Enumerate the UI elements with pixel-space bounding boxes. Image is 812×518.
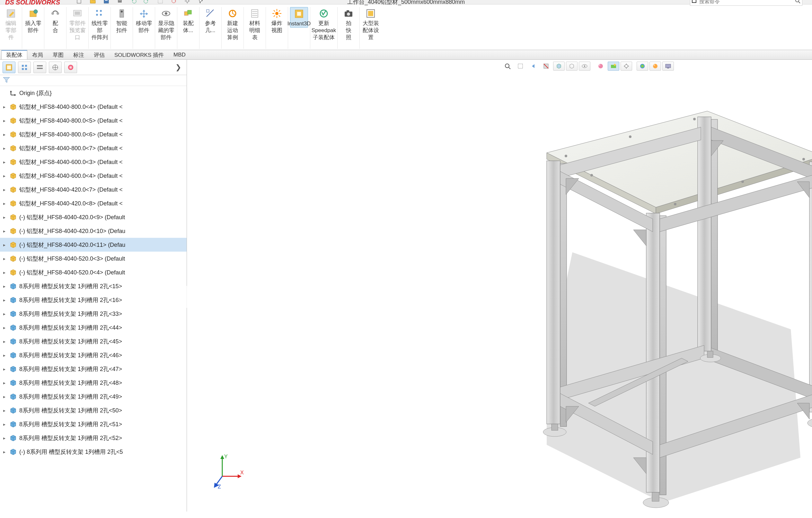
ribbon-mate[interactable]: 配 合 [46, 7, 64, 34]
ribbon-preview[interactable]: 零部件 预览窗 口 [68, 7, 86, 41]
tree-node[interactable]: ▸铝型材_HFS8-4040-800.0<7> (Default < [0, 141, 186, 155]
qat-select[interactable] [155, 0, 166, 4]
panel-flyout[interactable]: ❯ [173, 63, 184, 71]
tree-node[interactable]: ▸铝型材_HFS8-4040-600.0<3> (Default < [0, 155, 186, 169]
tab-3[interactable]: 标注 [68, 50, 89, 59]
tree-node[interactable]: ▸8系列用 槽型反转支架 1列槽用 2孔<46> [0, 348, 186, 362]
ribbon-edit[interactable]: 编辑 零部 件 [2, 7, 20, 41]
expander-icon[interactable]: ▸ [3, 353, 9, 358]
hud-render2[interactable] [649, 62, 661, 71]
expander-icon[interactable]: ▸ [3, 228, 9, 234]
ribbon-explode[interactable]: 爆炸 视图 [268, 7, 286, 34]
tree-node[interactable]: ▸8系列用 槽型反转支架 1列槽用 2孔<16> [0, 293, 186, 307]
tree-node[interactable]: ▸(-) 8系列用 槽型反转支架 1列槽用 2孔<5 [0, 445, 186, 459]
tree-node[interactable]: ▸铝型材_HFS8-4040-420.0<7> (Default < [0, 183, 186, 196]
tab-5[interactable]: SOLIDWORKS 插件 [110, 50, 169, 59]
display-tab[interactable] [64, 62, 77, 73]
tree-node[interactable]: ▸(-) 铝型材_HFS8-4040-520.0<4> (Default [0, 266, 186, 279]
expander-icon[interactable]: ▸ [3, 132, 9, 137]
command-search[interactable] [690, 0, 802, 6]
qat-options[interactable] [182, 0, 193, 4]
expander-icon[interactable]: ▸ [3, 422, 9, 427]
tab-0[interactable]: 装配体 [1, 50, 27, 59]
tree-node[interactable]: ▸(-) 铝型材_HFS8-4040-420.0<10> (Defau [0, 224, 186, 238]
ribbon-large[interactable]: 大型装 配体设 置 [362, 7, 380, 41]
tree-node[interactable]: ▸铝型材_HFS8-4040-800.0<5> (Default < [0, 114, 186, 127]
qat-print[interactable] [114, 0, 125, 4]
hud-prev-view[interactable] [527, 62, 539, 71]
hud-display-style[interactable] [566, 62, 578, 71]
tree-node[interactable]: ▸(-) 铝型材_HFS8-4040-420.0<11> (Defau [0, 238, 186, 252]
expander-icon[interactable]: ▸ [3, 394, 9, 399]
qat-save[interactable] [101, 0, 112, 4]
filter-icon[interactable] [3, 77, 11, 84]
ribbon-smart[interactable]: 智能 扣件 [113, 7, 131, 34]
ribbon-snap[interactable]: 拍 快 照 [340, 7, 357, 41]
expander-icon[interactable]: ▸ [3, 449, 9, 454]
tree-node[interactable]: ▸8系列用 槽型反转支架 1列槽用 2孔<45> [0, 334, 186, 348]
tree-node[interactable]: ▸8系列用 槽型反转支架 1列槽用 2孔<48> [0, 376, 186, 390]
tree-node[interactable]: ▸8系列用 槽型反转支架 1列槽用 2孔<15> [0, 279, 186, 293]
ribbon-asm[interactable]: 装配 体... [179, 7, 197, 34]
tab-1[interactable]: 布局 [27, 50, 48, 59]
ribbon-i3d[interactable]: Instant3D [290, 7, 308, 28]
qat-new[interactable] [74, 0, 85, 4]
tree-node[interactable]: ▸8系列用 槽型反转支架 1列槽用 2孔<44> [0, 321, 186, 334]
hud-zoom-area[interactable] [515, 62, 526, 71]
tree-node[interactable]: ▸(-) 铝型材_HFS8-4040-420.0<9> (Default [0, 210, 186, 224]
property-tab[interactable] [18, 62, 31, 73]
tree-node[interactable]: ▸8系列用 槽型反转支架 1列槽用 2孔<49> [0, 390, 186, 403]
hud-zoom-fit[interactable] [502, 62, 513, 71]
tree-node[interactable]: ▸(-) 铝型材_HFS8-4040-520.0<3> (Default [0, 252, 186, 266]
expander-icon[interactable]: ▸ [3, 256, 9, 261]
expander-icon[interactable]: ▸ [3, 201, 9, 206]
expander-icon[interactable]: ▸ [3, 215, 9, 220]
tree-node[interactable]: ▸8系列用 槽型反转支架 1列槽用 2孔<33> [0, 307, 186, 321]
search-icon[interactable] [795, 0, 801, 5]
tree-node[interactable]: ▸8系列用 槽型反转支架 1列槽用 2孔<50> [0, 403, 186, 417]
expander-icon[interactable]: ▸ [3, 380, 9, 386]
ribbon-bom[interactable]: 材料 明细 表 [246, 7, 264, 41]
tree-node[interactable]: ▸8系列用 槽型反转支架 1列槽用 2孔<51> [0, 417, 186, 431]
expander-icon[interactable]: ▸ [3, 159, 9, 165]
expander-icon[interactable]: ▸ [3, 367, 9, 372]
expander-icon[interactable]: ▸ [3, 118, 9, 123]
tab-2[interactable]: 草图 [48, 50, 68, 59]
expander-icon[interactable]: ▸ [3, 339, 9, 344]
tree-node[interactable]: ▸铝型材_HFS8-4040-800.0<6> (Default < [0, 127, 186, 141]
tree-node[interactable]: ▸铝型材_HFS8-4040-420.0<8> (Default < [0, 196, 186, 210]
tab-6[interactable]: MBD [169, 50, 191, 59]
qat-redo[interactable] [141, 0, 152, 4]
qat-open[interactable] [87, 0, 98, 4]
dim-tab[interactable] [49, 62, 62, 73]
qat-undo[interactable] [128, 0, 139, 4]
tree-node[interactable]: ▸8系列用 槽型反转支架 1列槽用 2孔<47> [0, 362, 186, 376]
qat-cursor[interactable] [195, 0, 206, 4]
tab-4[interactable]: 评估 [89, 50, 110, 59]
search-input[interactable] [699, 0, 795, 4]
expander-icon[interactable]: ▸ [3, 311, 9, 316]
ribbon-ref[interactable]: 参考 几... [201, 7, 220, 34]
hud-edit-appearance[interactable] [595, 62, 606, 71]
expander-icon[interactable]: ▸ [3, 173, 9, 178]
graphics-viewport[interactable]: Y X Z [187, 60, 812, 512]
tree-node[interactable]: ▸8系列用 槽型反转支架 1列槽用 2孔<52> [0, 431, 186, 445]
tree-node[interactable]: ▸铝型材_HFS8-4040-800.0<4> (Default < [0, 100, 186, 114]
qat-rebuild[interactable] [168, 0, 179, 4]
expander-icon[interactable]: ▸ [3, 298, 9, 303]
ribbon-motion[interactable]: 新建 运动 算例 [224, 7, 241, 41]
expander-icon[interactable]: ▸ [3, 284, 9, 289]
hud-view-orient[interactable] [553, 62, 565, 71]
expander-icon[interactable]: ▸ [3, 242, 9, 247]
hud-view-settings[interactable] [620, 62, 632, 71]
config-tab[interactable] [33, 62, 46, 73]
tree-node[interactable]: ▸铝型材_HFS8-4040-600.0<4> (Default < [0, 169, 186, 183]
ribbon-move[interactable]: 移动零 部件 [135, 7, 153, 34]
ribbon-pattern[interactable]: 线性零部 件阵列 [91, 7, 109, 41]
expander-icon[interactable]: ▸ [3, 104, 9, 110]
ribbon-speedpak[interactable]: 更新 Speedpak 子装配体 [312, 7, 335, 41]
hud-render[interactable] [637, 62, 648, 71]
hud-hide-show[interactable] [579, 62, 590, 71]
expander-icon[interactable]: ▸ [3, 146, 9, 151]
hud-screen[interactable] [662, 62, 674, 71]
